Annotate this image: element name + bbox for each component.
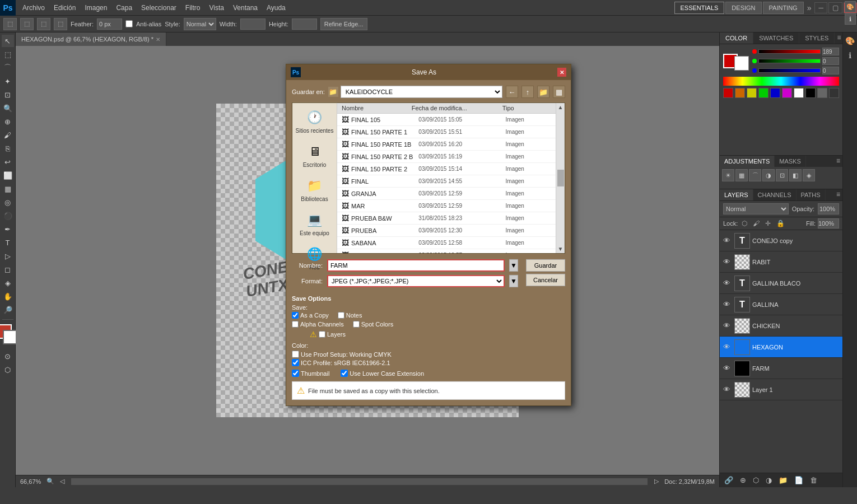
swatch-yellow[interactable] <box>747 88 757 98</box>
tool-blur[interactable]: ◎ <box>2 196 14 208</box>
file-list-scrollbar[interactable]: ▲ ▼ <box>556 103 565 253</box>
file-row-7[interactable]: 🖼 MAR 03/09/2015 12:59 Imagen <box>337 200 556 212</box>
add-mask-btn[interactable]: ⬡ <box>751 475 761 486</box>
add-adjustment-btn[interactable]: ◑ <box>763 475 774 486</box>
menu-edit[interactable]: Edición <box>49 2 80 14</box>
nav-view-btn[interactable]: ▦ <box>553 86 565 98</box>
height-input[interactable] <box>292 18 317 30</box>
workspace-menu-btn[interactable]: » <box>805 3 814 12</box>
menu-view[interactable]: Vista <box>204 2 228 14</box>
cancel-btn[interactable]: Cancelar <box>526 274 565 286</box>
tab-color[interactable]: COLOR <box>720 32 753 44</box>
file-row-9[interactable]: 🖼 PRUEBA 03/09/2015 12:30 Imagen <box>337 225 556 237</box>
tab-swatches[interactable]: SWATCHES <box>753 32 799 44</box>
sidebar-recent[interactable]: 🕐 Sitios recientes <box>294 106 336 136</box>
tool-brush[interactable]: 🖌 <box>2 129 14 141</box>
layer-vis-gallina-blaco[interactable]: 👁 <box>723 279 732 287</box>
tab-layers[interactable]: LAYERS <box>720 189 753 200</box>
filename-input[interactable] <box>327 259 505 272</box>
opacity-input[interactable] <box>818 203 839 214</box>
menu-window[interactable]: Ventana <box>229 2 262 14</box>
panel-extra-color-icon[interactable]: 🎨 <box>845 1 856 12</box>
swatch-green[interactable] <box>758 88 768 98</box>
minimize-btn[interactable]: ─ <box>814 2 827 13</box>
layer-item-hexagon[interactable]: 👁 HEXAGON <box>720 337 842 358</box>
tab-paths[interactable]: PATHS <box>797 189 826 200</box>
layer-item-gallina[interactable]: 👁 T GALLINA <box>720 294 842 315</box>
spot-colors-checkbox[interactable] <box>353 321 360 328</box>
nav-back-btn[interactable]: ← <box>506 86 518 98</box>
panel-col-info-icon[interactable]: ℹ <box>844 49 856 62</box>
lock-all-btn[interactable]: 🔒 <box>775 219 786 228</box>
tool-magic-wand[interactable]: ✦ <box>2 75 14 87</box>
sidebar-desktop[interactable]: 🖥 Escritorio <box>301 141 329 170</box>
red-input[interactable] <box>822 48 839 55</box>
as-a-copy-checkbox[interactable] <box>292 312 299 319</box>
sidebar-computer[interactable]: 💻 Este equipo <box>297 209 332 239</box>
lock-image-btn[interactable]: 🖌 <box>751 219 761 228</box>
tool-quickmask[interactable]: ⊙ <box>2 350 14 362</box>
adj-color-bal[interactable]: ⊡ <box>776 169 788 181</box>
panel-col-color-icon[interactable]: 🎨 <box>844 35 856 47</box>
nav-up-btn[interactable]: ↑ <box>521 86 534 98</box>
swatch-orange[interactable] <box>735 88 745 98</box>
layer-vis-layer1[interactable]: 👁 <box>723 385 732 394</box>
layer-vis-hexagon[interactable]: 👁 <box>723 343 732 351</box>
icc-profile-checkbox[interactable] <box>292 359 299 366</box>
swatch-blue[interactable] <box>770 88 780 98</box>
layer-vis-farm[interactable]: 👁 <box>723 364 732 372</box>
layer-vis-gallina[interactable]: 👁 <box>723 300 732 309</box>
menu-select[interactable]: Seleccionar <box>137 2 181 14</box>
anti-alias-checkbox[interactable] <box>125 20 133 27</box>
tool-dodge[interactable]: ⚫ <box>2 209 14 222</box>
tool-shape[interactable]: ◻ <box>2 263 14 276</box>
adj-hue-sat[interactable]: ◑ <box>762 169 775 181</box>
filename-dropdown-btn[interactable]: ▼ <box>509 259 518 272</box>
scroll-left[interactable]: ◁ <box>60 478 64 485</box>
tool-pen[interactable]: ✒ <box>2 223 14 235</box>
tool-eraser[interactable]: ⬜ <box>2 169 14 181</box>
tab-styles[interactable]: STYLES <box>799 32 835 44</box>
tool-screen-mode[interactable]: ⬡ <box>2 363 14 376</box>
swatch-red[interactable] <box>723 88 733 98</box>
layer-item-layer1[interactable]: 👁 Layer 1 <box>720 379 842 400</box>
file-row-11[interactable]: 🖼 SELVA 03/09/2015 12:57 Imagen <box>337 249 556 253</box>
lock-position-btn[interactable]: ✛ <box>763 219 772 228</box>
layers-checkbox[interactable] <box>319 331 325 338</box>
tab-masks[interactable]: MASKS <box>775 156 806 167</box>
file-row-2[interactable]: 🖼 FINAL 150 PARTE 1B 03/09/2015 16:20 Im… <box>337 138 556 151</box>
green-slider[interactable] <box>758 59 821 63</box>
thumbnail-checkbox[interactable] <box>292 370 299 377</box>
add-layer-btn[interactable]: 📄 <box>792 475 805 486</box>
swatch-white[interactable] <box>794 88 804 98</box>
dialog-close-btn[interactable]: ✕ <box>557 68 566 77</box>
tool-crop[interactable]: ⊡ <box>2 88 14 101</box>
tab-channels[interactable]: CHANNELS <box>753 189 797 200</box>
tool-history[interactable]: ↩ <box>2 156 14 168</box>
tool-text[interactable]: T <box>2 236 14 249</box>
scroll-up-arrow[interactable]: ▲ <box>557 103 565 111</box>
use-proof-checkbox[interactable] <box>292 351 299 358</box>
layer-item-gallina-blaco[interactable]: 👁 T GALLINA BLACO <box>720 273 842 294</box>
file-row-3[interactable]: 🖼 FINAL 150 PARTE 2 B 03/09/2015 16:19 I… <box>337 151 556 163</box>
blue-slider[interactable] <box>758 68 821 73</box>
lower-case-checkbox[interactable] <box>341 370 348 377</box>
tool-gradient[interactable]: ▦ <box>2 183 14 195</box>
tool-opt3[interactable]: ⬚ <box>54 18 67 30</box>
tool-stamp[interactable]: ⎘ <box>2 142 14 155</box>
tab-adjustments[interactable]: ADJUSTMENTS <box>720 156 775 167</box>
link-layers-btn[interactable]: 🔗 <box>722 475 735 486</box>
style-select[interactable]: Normal <box>184 18 216 30</box>
tool-opt2[interactable]: ⬚ <box>37 18 50 30</box>
file-row-6[interactable]: 🖼 GRANJA 03/09/2015 12:59 Imagen <box>337 188 556 200</box>
tool-3d[interactable]: ◈ <box>2 277 14 289</box>
menu-layer[interactable]: Capa <box>111 2 137 14</box>
red-slider[interactable] <box>758 49 821 54</box>
swatch-dark-gray[interactable] <box>829 88 839 98</box>
adj-panel-menu[interactable]: ≡ <box>834 156 842 167</box>
swatch-magenta[interactable] <box>782 88 792 98</box>
location-select[interactable]: KALEIDOCYCLE <box>341 86 502 98</box>
format-select[interactable]: JPEG (*.JPG;*.JPEG;*.JPE) <box>327 275 505 287</box>
tool-zoom[interactable]: 🔎 <box>2 304 14 316</box>
lock-transparent-btn[interactable]: ⬡ <box>740 219 749 228</box>
